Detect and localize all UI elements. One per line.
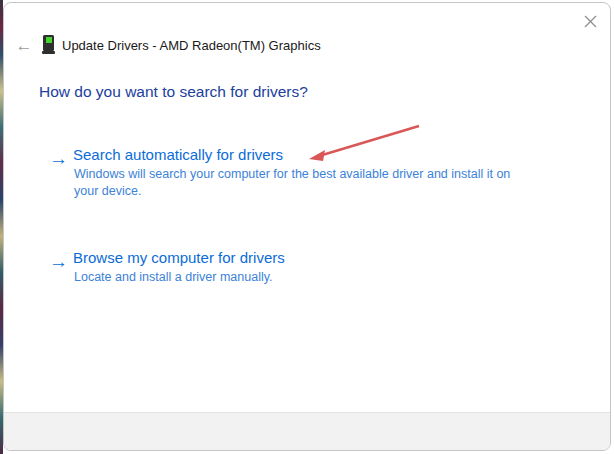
back-button[interactable]: ← — [12, 35, 36, 57]
command-arrow-icon: → — [49, 148, 68, 170]
back-arrow-icon: ← — [16, 36, 33, 55]
command-arrow-icon: → — [49, 251, 68, 273]
close-icon — [584, 15, 597, 28]
option-description: Windows will search your computer for th… — [74, 166, 510, 199]
screenshot-stage: ← Update Drivers - AMD Radeon(TM) Graphi… — [0, 0, 614, 454]
page-title: How do you want to search for drivers? — [39, 83, 308, 101]
option-title: Browse my computer for drivers — [73, 249, 285, 266]
option-title: Search automatically for drivers — [73, 146, 510, 163]
device-icon — [42, 35, 56, 54]
update-drivers-dialog: ← Update Drivers - AMD Radeon(TM) Graphi… — [3, 2, 611, 451]
close-button[interactable] — [579, 10, 601, 32]
option-browse-computer[interactable]: → Browse my computer for drivers Locate … — [49, 249, 285, 286]
window-title: Update Drivers - AMD Radeon(TM) Graphics — [62, 38, 321, 53]
option-description: Locate and install a driver manually. — [74, 269, 285, 286]
footer-bar — [4, 412, 610, 450]
option-search-automatically[interactable]: → Search automatically for drivers Windo… — [49, 146, 510, 199]
